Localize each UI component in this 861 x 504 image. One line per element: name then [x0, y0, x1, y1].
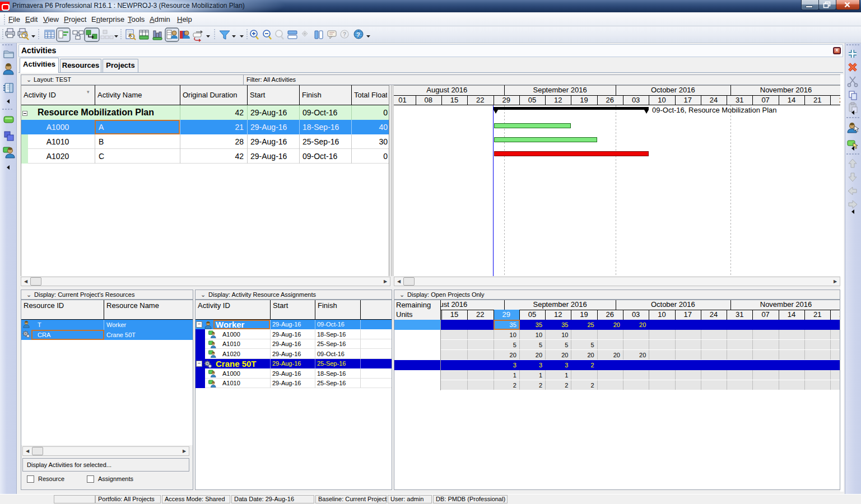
svg-text:?: ? [356, 31, 360, 38]
svg-text:?: ? [343, 31, 346, 38]
